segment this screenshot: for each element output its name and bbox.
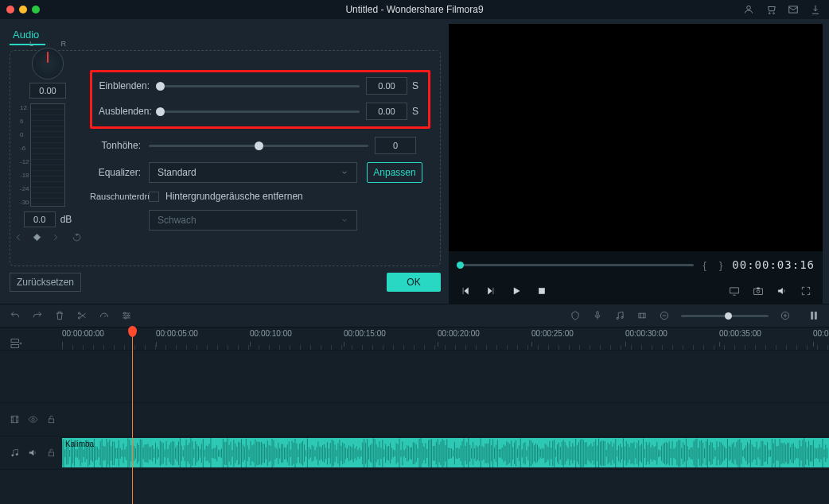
undo-icon[interactable]: [10, 310, 21, 321]
cart-icon[interactable]: [765, 4, 776, 15]
svg-point-2: [773, 13, 775, 14]
keyframe-icon[interactable]: [32, 232, 42, 242]
audio-mixer-icon[interactable]: [614, 310, 625, 321]
pan-knob[interactable]: [32, 48, 64, 79]
timecode: 00:00:03:16: [732, 258, 815, 271]
zoom-slider[interactable]: [681, 315, 769, 317]
denoise-checkbox[interactable]: [149, 192, 159, 202]
fade-out-value[interactable]: 0.00: [366, 103, 407, 120]
zoom-out-icon[interactable]: [659, 310, 670, 321]
seconds-unit: S: [412, 106, 422, 117]
film-icon: [10, 414, 20, 425]
pan-value[interactable]: 0.00: [29, 83, 66, 99]
audio-clip[interactable]: Kalimba: [62, 438, 829, 467]
equalizer-label: Equalizer:: [90, 167, 149, 178]
reset-button[interactable]: Zurücksetzen: [10, 273, 81, 292]
ok-button[interactable]: OK: [387, 273, 441, 292]
ruler-tick: 00:00:25:00: [531, 329, 574, 338]
snapshot-icon[interactable]: [753, 285, 764, 297]
manage-tracks-icon[interactable]: [10, 337, 22, 350]
record-voiceover-icon[interactable]: [592, 310, 603, 321]
prev-frame-icon[interactable]: [460, 285, 471, 297]
lock-icon[interactable]: [46, 414, 56, 425]
minimize-window-icon[interactable]: [19, 6, 27, 14]
playhead[interactable]: [132, 328, 133, 504]
progress-slider[interactable]: [457, 264, 694, 266]
svg-point-27: [16, 454, 18, 456]
maximize-window-icon[interactable]: [32, 6, 40, 14]
speaker-icon[interactable]: [28, 448, 38, 458]
video-preview[interactable]: [449, 24, 823, 251]
prev-keyframe-icon[interactable]: [14, 232, 24, 242]
pitch-label: Tonhöhe:: [90, 140, 149, 151]
audio-controls-box: L R 0.00 12 6 0 -6 -12 -18 -24 -30: [10, 50, 441, 266]
ruler-tick: 00:00:15:00: [344, 329, 386, 338]
svg-point-14: [617, 317, 618, 319]
ruler-tick: 00:00:40:00: [813, 329, 829, 338]
denoise-strength-select: Schwach: [149, 210, 357, 231]
audio-inspector-panel: Audio L R 0.00 12 6 0 -6 -12 -18: [0, 19, 449, 304]
ruler-tick: 00:00:30:00: [625, 329, 667, 338]
fade-in-slider[interactable]: [158, 85, 360, 87]
window-controls: [6, 6, 40, 14]
redo-icon[interactable]: [32, 310, 43, 321]
timeline: 00:00:00:0000:00:05:0000:00:10:0000:00:1…: [0, 328, 829, 504]
display-icon[interactable]: [729, 285, 740, 297]
svg-rect-4: [539, 289, 545, 294]
ruler-tick: 00:00:10:00: [250, 329, 292, 338]
mark-out-icon[interactable]: }: [719, 259, 722, 271]
titlebar: Untitled - Wondershare Filmora9: [0, 0, 829, 19]
speed-icon[interactable]: [99, 310, 110, 321]
adjust-button[interactable]: Anpassen: [367, 162, 422, 183]
lock-icon[interactable]: [46, 448, 56, 458]
chevron-down-icon: [341, 169, 348, 176]
svg-rect-19: [811, 312, 813, 319]
fullscreen-icon[interactable]: [800, 285, 811, 297]
vu-meter: 12 6 0 -6 -12 -18 -24 -30: [30, 103, 65, 207]
svg-rect-25: [49, 419, 54, 423]
ruler-tick: 00:00:35:00: [719, 329, 761, 338]
timeline-toolbar: [0, 304, 829, 328]
pitch-value[interactable]: 0: [375, 137, 416, 154]
fade-highlight: Einblenden: 0.00 S Ausblenden: 0.00 S: [90, 70, 430, 129]
ruler-tick: 00:00:20:00: [438, 329, 480, 338]
mail-icon[interactable]: [788, 4, 799, 15]
mark-in-icon[interactable]: {: [703, 259, 706, 271]
crop-icon[interactable]: [636, 310, 648, 321]
ruler-tick: 00:00:05:00: [156, 329, 198, 338]
marker-icon[interactable]: [570, 310, 581, 321]
stop-icon[interactable]: [536, 285, 547, 297]
svg-point-26: [12, 455, 14, 456]
preview-panel: { } 00:00:03:16: [449, 24, 823, 304]
pan-right-label: R: [61, 40, 67, 48]
delete-icon[interactable]: [54, 310, 65, 321]
next-frame-icon[interactable]: [485, 285, 496, 297]
fade-in-label: Einblenden:: [99, 80, 158, 91]
pitch-slider[interactable]: [149, 145, 368, 147]
fade-in-value[interactable]: 0.00: [366, 77, 407, 95]
close-window-icon[interactable]: [6, 6, 14, 14]
zoom-fit-icon[interactable]: [808, 310, 819, 321]
svg-rect-16: [639, 313, 645, 318]
svg-point-1: [769, 13, 770, 14]
play-icon[interactable]: [511, 285, 522, 297]
time-ruler[interactable]: 00:00:00:0000:00:05:0000:00:10:0000:00:1…: [62, 328, 829, 350]
gain-value[interactable]: 0.0: [24, 211, 56, 227]
ruler-tick: 00:00:00:00: [62, 329, 104, 338]
eye-icon[interactable]: [28, 414, 38, 425]
audio-track: Kalimba: [0, 436, 829, 469]
next-keyframe-icon[interactable]: [50, 232, 60, 242]
zoom-in-icon[interactable]: [780, 310, 791, 321]
svg-rect-22: [11, 344, 18, 347]
fade-out-slider[interactable]: [158, 110, 360, 113]
volume-icon[interactable]: [776, 285, 788, 297]
svg-rect-23: [11, 416, 18, 423]
download-icon[interactable]: [810, 4, 821, 15]
window-title: Untitled - Wondershare Filmora9: [345, 4, 483, 15]
seconds-unit: S: [412, 80, 422, 91]
split-icon[interactable]: [76, 310, 88, 321]
pan-meter-column: L R 0.00 12 6 0 -6 -12 -18 -24 -30: [18, 59, 77, 258]
account-icon[interactable]: [743, 4, 754, 15]
equalizer-select[interactable]: Standard: [149, 162, 357, 183]
settings-icon[interactable]: [121, 310, 132, 321]
